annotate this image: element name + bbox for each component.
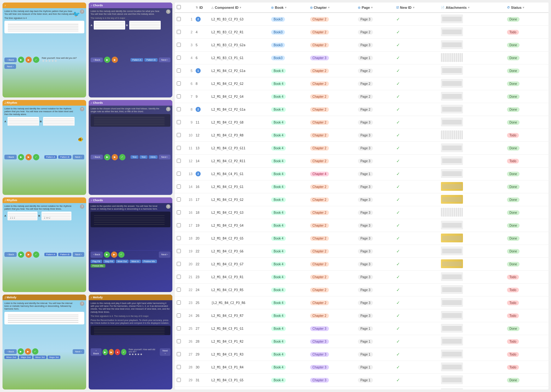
col-select[interactable] xyxy=(175,3,184,13)
cell-select[interactable] xyxy=(175,13,184,26)
cell-select[interactable] xyxy=(175,232,184,245)
help-icon-2[interactable]: ? xyxy=(166,9,170,14)
row-checkbox[interactable] xyxy=(177,288,181,292)
row-checkbox[interactable] xyxy=(177,210,181,214)
next-button-1[interactable]: Next › xyxy=(4,64,16,69)
col-component[interactable]: △ Component ID ▾ xyxy=(209,3,269,13)
cell-select[interactable] xyxy=(175,296,184,309)
cell-select[interactable] xyxy=(175,206,184,219)
row-checkbox[interactable] xyxy=(177,185,181,189)
record-button-8[interactable]: ● xyxy=(115,349,120,355)
major2-btn[interactable]: Major 2nd xyxy=(19,356,32,359)
back-button-5[interactable]: ‹ Back xyxy=(4,252,17,257)
cell-select[interactable] xyxy=(175,322,184,335)
play-button-2[interactable]: ▶ xyxy=(104,57,110,63)
more-out-btn[interactable]: More Out xyxy=(116,260,129,263)
next-button-7[interactable]: Next › xyxy=(73,349,84,354)
slow-button-7[interactable]: ▶ xyxy=(25,348,31,355)
next-button-8[interactable]: Next › xyxy=(160,348,170,356)
cell-select[interactable] xyxy=(175,39,184,52)
play-button-8[interactable]: ▶ xyxy=(103,349,108,355)
row-checkbox[interactable] xyxy=(177,197,181,202)
next-button-4[interactable]: Next › xyxy=(159,155,170,159)
pattern-b-5[interactable]: Pattern B xyxy=(58,253,71,256)
minor3-btn[interactable]: Minor 3rd xyxy=(33,356,47,359)
back-button-7[interactable]: ‹ Back xyxy=(4,349,17,354)
play-button-7[interactable]: ▶ xyxy=(18,348,24,355)
slow-button-6[interactable]: ▶ xyxy=(111,251,117,258)
row-checkbox[interactable] xyxy=(177,352,181,356)
select-all-checkbox[interactable] xyxy=(177,5,181,9)
slow-button-5[interactable]: ▶ xyxy=(25,251,32,258)
row-checkbox[interactable] xyxy=(177,378,181,382)
row-checkbox[interactable] xyxy=(177,43,181,47)
next-button-5[interactable]: Next › xyxy=(73,252,84,257)
pattern-b-2[interactable]: Pattern B xyxy=(144,58,157,62)
minor2-btn[interactable]: Minor 2nd xyxy=(4,356,18,359)
cell-select[interactable] xyxy=(175,116,184,129)
cell-select[interactable] xyxy=(175,77,184,90)
back-button-1[interactable]: ‹ Back xyxy=(4,58,17,62)
col-id[interactable]: ⇅ ID xyxy=(194,3,209,13)
back-button-6[interactable]: ‹ Back xyxy=(91,251,103,258)
next-button-2[interactable]: Next › xyxy=(159,58,170,62)
play-button-6[interactable]: ▶ xyxy=(104,251,110,258)
cell-select[interactable] xyxy=(175,142,184,155)
row-checkbox[interactable] xyxy=(177,146,181,150)
row-checkbox[interactable] xyxy=(177,236,181,240)
check-button-5[interactable]: ✓ xyxy=(33,251,39,258)
back-button-2[interactable]: ‹ Back xyxy=(91,58,103,62)
check-button-7[interactable]: ✓ xyxy=(32,348,38,355)
help-icon-3[interactable]: ? xyxy=(80,107,84,111)
row-checkbox[interactable] xyxy=(177,339,181,343)
slow-button-1[interactable]: ▶ xyxy=(25,57,32,63)
col-chapter[interactable]: ◎ Chapter ▾ xyxy=(308,3,356,13)
cell-select[interactable] xyxy=(175,284,184,296)
table-container[interactable]: ⇅ ID △ Component ID ▾ ◎ xyxy=(175,3,548,389)
slow-button-3[interactable]: ▶ xyxy=(25,154,32,160)
row-checkbox[interactable] xyxy=(177,81,181,86)
col-page[interactable]: ◎ Page ▾ xyxy=(356,3,394,13)
slow-button-2[interactable]: ▶ xyxy=(112,57,118,63)
major3-btn[interactable]: Major 3rd xyxy=(47,356,61,359)
slow-button-8[interactable]: ▶ xyxy=(109,349,114,355)
cell-select[interactable] xyxy=(175,26,184,39)
row-checkbox[interactable] xyxy=(177,159,181,163)
cell-select[interactable] xyxy=(175,168,184,180)
cell-select[interactable] xyxy=(175,180,184,193)
cell-select[interactable] xyxy=(175,90,184,103)
back-button-8[interactable]: ‹ Back xyxy=(91,348,102,356)
cell-select[interactable] xyxy=(175,193,184,206)
cell-select[interactable] xyxy=(175,219,184,232)
play-button-4[interactable]: ▶ xyxy=(104,154,110,160)
cell-select[interactable] xyxy=(175,387,184,390)
row-checkbox[interactable] xyxy=(177,133,181,137)
help-icon-1[interactable]: ? xyxy=(80,9,84,14)
check-button-4[interactable]: ✓ xyxy=(119,154,125,160)
next-button-6[interactable]: Next › xyxy=(159,251,170,258)
cell-select[interactable] xyxy=(175,245,184,258)
help-icon-4[interactable]: ? xyxy=(166,107,170,111)
slow-button-4[interactable]: ▶ xyxy=(112,154,118,160)
cell-select[interactable] xyxy=(175,155,184,168)
step-fill-btn[interactable]: Step Fill xyxy=(103,260,115,263)
pattern-b-3[interactable]: Pattern B xyxy=(58,155,71,159)
cell-select[interactable] xyxy=(175,52,184,64)
row-checkbox[interactable] xyxy=(177,301,181,305)
check-button-8[interactable]: ✓ xyxy=(121,349,126,355)
next-button-3[interactable]: Next › xyxy=(73,155,84,159)
back-button-4[interactable]: ‹ Back xyxy=(91,155,103,159)
test-btn-4b[interactable]: Test xyxy=(140,155,147,159)
row-checkbox[interactable] xyxy=(177,69,181,73)
play-fill-btn[interactable]: Play Fill xyxy=(91,260,102,263)
col-book[interactable]: ◎ Book ▾ xyxy=(269,3,308,13)
cell-select[interactable] xyxy=(175,374,184,387)
col-newid[interactable]: ☑ New ID ▾ xyxy=(394,3,439,13)
help-icon-7[interactable]: ? xyxy=(80,301,84,306)
row-checkbox[interactable] xyxy=(177,313,181,317)
row-checkbox[interactable] xyxy=(177,262,181,266)
row-checkbox[interactable] xyxy=(177,17,181,21)
cell-select[interactable] xyxy=(175,129,184,142)
row-checkbox[interactable] xyxy=(177,56,181,60)
cell-select[interactable] xyxy=(175,309,184,322)
